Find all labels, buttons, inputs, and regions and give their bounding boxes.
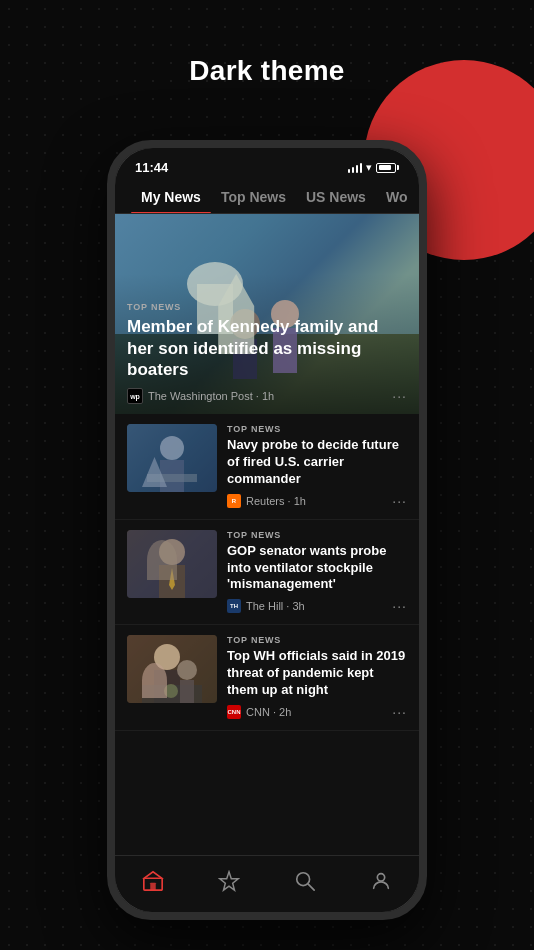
article-2-source: TH The Hill · 3h xyxy=(227,599,305,613)
svg-point-20 xyxy=(164,684,178,698)
list-item[interactable]: TOP NEWS Top WH officials said in 2019 t… xyxy=(115,625,419,731)
news-feed[interactable]: TOP NEWS Member of Kennedy family and he… xyxy=(115,214,419,855)
trump-scene xyxy=(127,635,217,703)
svg-rect-24 xyxy=(150,883,156,890)
search-icon xyxy=(294,870,316,892)
cnn-logo: CNN xyxy=(227,705,241,719)
article-1-meta: R Reuters · 1h ··· xyxy=(227,493,407,509)
hero-category: TOP NEWS xyxy=(127,302,407,312)
status-icons: ▾ xyxy=(348,161,400,174)
article-3-source: CNN CNN · 2h xyxy=(227,705,291,719)
hero-meta: wp The Washington Post · 1h ··· xyxy=(127,388,407,404)
senate-scene xyxy=(127,530,217,598)
article-1-source: R Reuters · 1h xyxy=(227,494,306,508)
hero-source-name: The Washington Post · 1h xyxy=(148,390,274,402)
nav-search[interactable] xyxy=(278,866,332,896)
hero-source-info: wp The Washington Post · 1h xyxy=(127,388,274,404)
status-time: 11:44 xyxy=(135,160,168,175)
article-3-thumbnail xyxy=(127,635,217,703)
person-icon xyxy=(370,870,392,892)
navy-scene xyxy=(127,424,217,492)
article-1-source-name: Reuters · 1h xyxy=(246,495,306,507)
nav-bookmarks[interactable] xyxy=(202,866,256,896)
article-3-meta: CNN CNN · 2h ··· xyxy=(227,704,407,720)
article-1-title: Navy probe to decide future of fired U.S… xyxy=(227,437,407,488)
svg-point-13 xyxy=(159,539,185,565)
dark-theme-label: Dark theme xyxy=(189,55,345,86)
hero-title: Member of Kennedy family and her son ide… xyxy=(127,316,407,380)
svg-line-26 xyxy=(308,884,314,890)
article-1-thumbnail xyxy=(127,424,217,492)
svg-point-27 xyxy=(377,874,384,881)
article-2-source-name: The Hill · 3h xyxy=(246,600,305,612)
svg-point-9 xyxy=(160,436,184,460)
svg-point-21 xyxy=(177,660,197,680)
hero-article[interactable]: TOP NEWS Member of Kennedy family and he… xyxy=(115,214,419,414)
signal-icon xyxy=(348,163,363,173)
hero-more-button[interactable]: ··· xyxy=(392,388,407,404)
wifi-icon: ▾ xyxy=(366,161,372,174)
article-2-meta: TH The Hill · 3h ··· xyxy=(227,598,407,614)
article-3-content: TOP NEWS Top WH officials said in 2019 t… xyxy=(227,635,407,720)
reuters-logo: R xyxy=(227,494,241,508)
article-1-category: TOP NEWS xyxy=(227,424,407,434)
list-item[interactable]: TOP NEWS GOP senator wants probe into ve… xyxy=(115,520,419,626)
article-3-title: Top WH officials said in 2019 threat of … xyxy=(227,648,407,699)
article-2-thumbnail xyxy=(127,530,217,598)
hero-overlay: TOP NEWS Member of Kennedy family and he… xyxy=(115,292,419,414)
tabs-bar: My News Top News US News Wo xyxy=(115,181,419,214)
svg-rect-11 xyxy=(147,474,197,482)
article-2-content: TOP NEWS GOP senator wants probe into ve… xyxy=(227,530,407,615)
status-bar: 11:44 ▾ xyxy=(115,148,419,181)
article-2-more-button[interactable]: ··· xyxy=(392,598,407,614)
nav-home[interactable] xyxy=(126,866,180,896)
battery-icon xyxy=(376,163,399,173)
article-3-more-button[interactable]: ··· xyxy=(392,704,407,720)
svg-point-17 xyxy=(154,644,180,670)
tab-my-news[interactable]: My News xyxy=(131,181,211,213)
star-icon xyxy=(218,870,240,892)
article-3-source-name: CNN · 2h xyxy=(246,706,291,718)
tab-us-news[interactable]: US News xyxy=(296,181,376,213)
article-1-more-button[interactable]: ··· xyxy=(392,493,407,509)
article-3-category: TOP NEWS xyxy=(227,635,407,645)
tab-top-news[interactable]: Top News xyxy=(211,181,296,213)
phone-frame: 11:44 ▾ My News xyxy=(107,140,427,920)
thehill-logo: TH xyxy=(227,599,241,613)
bottom-nav xyxy=(115,855,419,912)
home-icon xyxy=(142,870,164,892)
article-2-category: TOP NEWS xyxy=(227,530,407,540)
wp-logo: wp xyxy=(127,388,143,404)
nav-profile[interactable] xyxy=(354,866,408,896)
phone-screen: 11:44 ▾ My News xyxy=(115,148,419,912)
article-1-content: TOP NEWS Navy probe to decide future of … xyxy=(227,424,407,509)
svg-rect-22 xyxy=(180,680,194,703)
tab-world[interactable]: Wo xyxy=(376,181,418,213)
page-title-area: Dark theme xyxy=(0,55,534,87)
list-item[interactable]: TOP NEWS Navy probe to decide future of … xyxy=(115,414,419,520)
article-2-title: GOP senator wants probe into ventilator … xyxy=(227,543,407,594)
